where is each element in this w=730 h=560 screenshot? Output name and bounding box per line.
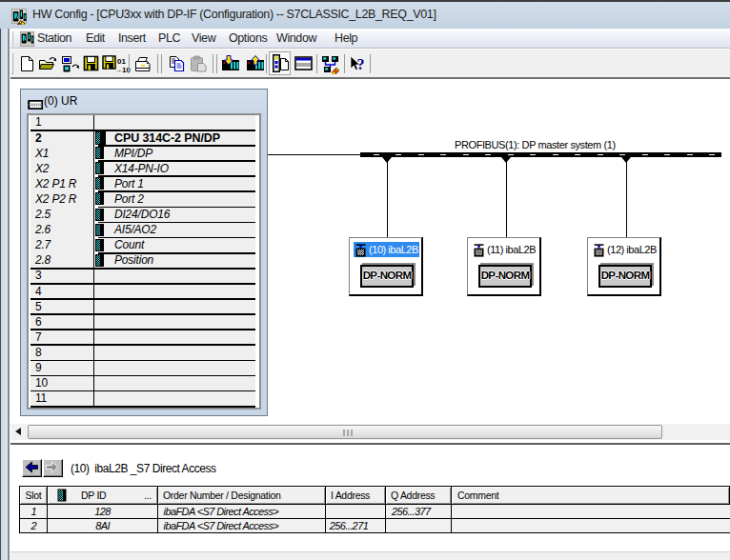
svg-text:?: ? — [357, 56, 365, 72]
svg-text:01: 01 — [117, 57, 126, 66]
